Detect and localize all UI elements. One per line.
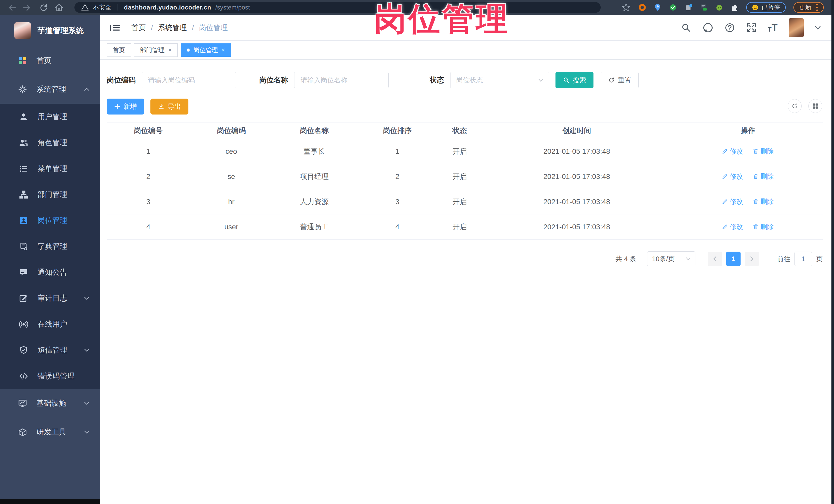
sidebar-item-system[interactable]: 系统管理 xyxy=(0,75,100,104)
extensions-puzzle-icon[interactable] xyxy=(731,4,739,11)
export-button[interactable]: 导出 xyxy=(150,98,189,114)
refresh-table-button[interactable] xyxy=(788,99,802,113)
sidebar-item-departments[interactable]: 部门管理 xyxy=(0,181,100,207)
page-content: 岗位编码 岗位名称 状态 岗位状态 搜索 重置 xyxy=(100,72,834,266)
goto-page-input[interactable] xyxy=(794,251,812,266)
post-code-input[interactable] xyxy=(142,72,236,88)
sidebar-item-error-codes[interactable]: 错误码管理 xyxy=(0,363,100,389)
org-tree-icon xyxy=(19,190,28,199)
sidebar-item-dev-tools[interactable]: 研发工具 xyxy=(0,418,100,446)
extension-donut-icon[interactable] xyxy=(638,4,646,11)
sidebar-item-home[interactable]: 首页 xyxy=(0,46,100,75)
sidebar-item-infrastructure[interactable]: 基础设施 xyxy=(0,389,100,418)
dictionary-icon xyxy=(19,242,28,251)
bookmark-star-icon[interactable] xyxy=(621,3,631,12)
sidebar-item-roles[interactable]: 角色管理 xyxy=(0,130,100,156)
url-path: /system/post xyxy=(215,4,250,11)
home-icon[interactable] xyxy=(54,3,64,12)
trash-icon xyxy=(753,224,759,229)
table-row: 1 ceo 董事长 1 开启 2021-01-05 17:03:48 修改 删除 xyxy=(107,139,823,164)
sms-shield-icon xyxy=(19,346,28,355)
github-icon[interactable] xyxy=(703,22,714,33)
delete-link[interactable]: 删除 xyxy=(753,222,774,231)
main-panel: 首页 / 系统管理 / 岗位管理 TT xyxy=(100,15,834,504)
extension-check-icon[interactable] xyxy=(669,4,677,11)
extension-creature-icon[interactable] xyxy=(716,4,723,11)
window-scrollbar[interactable] xyxy=(831,0,834,504)
search-button[interactable]: 搜索 xyxy=(555,72,593,88)
reset-button[interactable]: 重置 xyxy=(601,72,639,88)
edit-link[interactable]: 修改 xyxy=(722,172,743,181)
dashboard-icon xyxy=(18,56,27,65)
pencil-icon xyxy=(722,174,728,179)
user-avatar[interactable] xyxy=(789,18,804,37)
page-size-select[interactable]: 10条/页 xyxy=(647,251,695,266)
chevron-down-icon xyxy=(84,296,90,300)
extension-pin-icon[interactable] xyxy=(654,4,661,11)
table-header-row: 岗位编号 岗位编码 岗位名称 岗位排序 状态 创建时间 操作 xyxy=(107,123,823,139)
tags-view-bar: 首页 部门管理 × 岗位管理 × xyxy=(100,41,834,60)
security-label: 不安全 xyxy=(93,3,111,12)
app-logo-row[interactable]: 芋道管理系统 xyxy=(0,15,100,46)
close-icon[interactable]: × xyxy=(221,47,225,53)
breadcrumb-system[interactable]: 系统管理 xyxy=(158,23,187,32)
forward-icon[interactable] xyxy=(22,3,31,12)
breadcrumb: 首页 / 系统管理 / 岗位管理 xyxy=(131,23,228,32)
chevron-left-icon xyxy=(712,256,717,262)
fullscreen-icon[interactable] xyxy=(746,23,756,33)
extension-grid-icon[interactable] xyxy=(685,4,692,11)
sidebar-item-menus[interactable]: 菜单管理 xyxy=(0,156,100,181)
sidebar-item-sms[interactable]: 短信管理 xyxy=(0,337,100,363)
column-settings-button[interactable] xyxy=(808,99,822,113)
delete-link[interactable]: 删除 xyxy=(753,172,774,181)
address-bar[interactable]: 不安全 dashboard.yudao.iocoder.cn/system/po… xyxy=(74,2,601,13)
trash-icon xyxy=(753,174,759,179)
roles-icon xyxy=(19,138,28,147)
breadcrumb-home[interactable]: 首页 xyxy=(131,23,146,32)
edit-link[interactable]: 修改 xyxy=(722,147,743,156)
tab-home[interactable]: 首页 xyxy=(107,43,131,57)
reload-icon[interactable] xyxy=(39,3,48,12)
delete-link[interactable]: 删除 xyxy=(753,197,774,206)
sidebar-item-online-users[interactable]: 在线用户 xyxy=(0,311,100,337)
filter-label-code: 岗位编码 xyxy=(107,75,135,85)
sidebar-item-posts[interactable]: 岗位管理 xyxy=(0,207,100,234)
prev-page-button[interactable] xyxy=(708,251,722,266)
pencil-icon xyxy=(722,224,728,229)
search-icon[interactable] xyxy=(681,23,691,33)
monitor-icon xyxy=(18,399,27,408)
paused-badge[interactable]: 已暂停 xyxy=(746,2,786,13)
table-row: 3 hr 人力资源 3 开启 2021-01-05 17:03:48 修改 删除 xyxy=(107,189,823,214)
sidebar-item-notices[interactable]: 通知公告 xyxy=(0,259,100,285)
total-count: 共 4 条 xyxy=(616,255,636,263)
post-badge-icon xyxy=(19,216,28,225)
trash-icon xyxy=(753,199,759,204)
back-icon[interactable] xyxy=(8,3,17,12)
edit-link[interactable]: 修改 xyxy=(722,222,743,231)
next-page-button[interactable] xyxy=(745,251,759,266)
status-select[interactable]: 岗位状态 xyxy=(450,72,549,88)
table-row: 2 se 项目经理 2 开启 2021-01-05 17:03:48 修改 删除 xyxy=(107,164,823,189)
sidebar-collapse-icon[interactable] xyxy=(109,23,120,32)
chevron-down-icon xyxy=(84,348,90,352)
edit-link[interactable]: 修改 xyxy=(722,197,743,206)
table-toolbar: 新增 导出 xyxy=(107,98,823,114)
font-size-icon[interactable]: TT xyxy=(768,23,777,32)
sidebar-item-dict[interactable]: 字典管理 xyxy=(0,234,100,259)
extension-tag-icon[interactable] xyxy=(700,4,708,11)
tab-posts[interactable]: 岗位管理 × xyxy=(181,43,231,57)
current-page-button[interactable]: 1 xyxy=(726,251,741,266)
update-button[interactable]: 更新 xyxy=(793,2,824,13)
code-icon xyxy=(19,372,28,381)
caret-down-icon[interactable] xyxy=(815,26,821,29)
add-button[interactable]: 新增 xyxy=(107,98,144,114)
post-name-input[interactable] xyxy=(294,72,389,88)
help-icon[interactable] xyxy=(725,23,735,33)
tab-departments[interactable]: 部门管理 × xyxy=(134,43,178,57)
sidebar-item-audit-log[interactable]: 审计日志 xyxy=(0,285,100,311)
close-icon[interactable]: × xyxy=(168,47,172,53)
sidebar-item-users[interactable]: 用户管理 xyxy=(0,104,100,130)
audit-log-icon xyxy=(19,294,28,303)
chevron-down-icon xyxy=(84,430,90,434)
delete-link[interactable]: 删除 xyxy=(753,147,774,156)
